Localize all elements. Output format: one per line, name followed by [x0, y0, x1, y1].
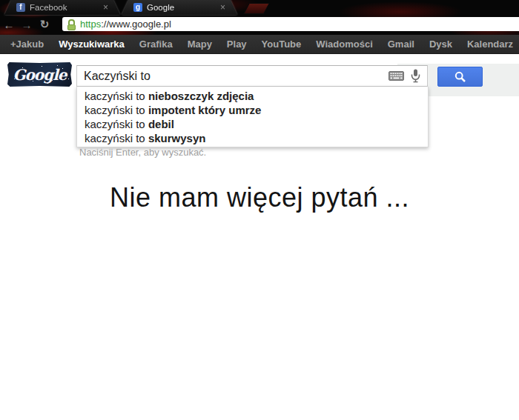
search-button[interactable]	[437, 67, 483, 87]
suggestion-row[interactable]: kaczyński to nieboszczyk zdjęcia	[77, 89, 428, 103]
address-bar[interactable]: https://www.google.pl	[62, 17, 519, 31]
suggestion-completion: impotent który umrze	[148, 104, 262, 116]
press-enter-hint: Naciśnij Enter, aby wyszukać.	[79, 147, 206, 158]
tab-close-icon[interactable]: ×	[220, 3, 225, 12]
ssl-lock-icon	[67, 19, 76, 30]
suggestion-prefix: kaczyński to	[85, 90, 148, 102]
search-input[interactable]: Kaczyński to	[76, 65, 428, 87]
microphone-icon[interactable]	[411, 69, 420, 83]
browser-chrome: gGoogle×fFacebook× ← → ↻ https://www.goo…	[0, 0, 519, 36]
suggestion-row[interactable]: kaczyński to impotent który umrze	[77, 103, 428, 117]
suggestion-completion: debil	[148, 118, 174, 130]
reload-button[interactable]: ↻	[36, 18, 53, 31]
navbar-item-wyszukiwarka[interactable]: Wyszukiwarka	[51, 39, 132, 50]
screenshot-root: gGoogle×fFacebook× ← → ↻ https://www.goo…	[0, 0, 519, 420]
suggestion-prefix: kaczyński to	[85, 104, 148, 116]
forward-button[interactable]: →	[18, 19, 36, 31]
meme-caption: Nie mam więcej pytań ...	[0, 182, 519, 213]
keyboard-icon[interactable]	[389, 71, 404, 81]
url-text: https://www.google.pl	[80, 19, 171, 30]
google-black-bar: +JakubWyszukiwarkaGrafikaMapyPlayYouTube…	[0, 35, 519, 54]
suggestion-prefix: kaczyński to	[85, 132, 148, 144]
navbar-item-jakub[interactable]: +Jakub	[3, 39, 51, 50]
logo-text: Google	[13, 66, 66, 84]
navbar-item-gmail[interactable]: Gmail	[380, 39, 422, 50]
tab-close-icon[interactable]: ×	[103, 3, 108, 12]
navbar-item-youtube[interactable]: YouTube	[254, 39, 309, 50]
suggestion-completion: nieboszczyk zdjęcia	[148, 90, 254, 102]
navbar-item-kalendarz[interactable]: Kalendarz	[460, 39, 519, 50]
browser-tab-google[interactable]: gGoogle×	[122, 0, 237, 15]
navbar-item-grafika[interactable]: Grafika	[132, 39, 180, 50]
facebook-favicon-icon: f	[16, 3, 25, 12]
tab-title: Google	[147, 3, 216, 12]
google-doodle-logo[interactable]: Google	[7, 62, 72, 87]
autocomplete-dropdown: kaczyński to nieboszczyk zdjęciakaczyńsk…	[76, 87, 429, 147]
back-button[interactable]: ←	[0, 19, 18, 31]
browser-toolbar: ← → ↻ https://www.google.pl	[0, 15, 519, 34]
navbar-item-mapy[interactable]: Mapy	[180, 39, 219, 50]
navbar-item-dysk[interactable]: Dysk	[422, 39, 460, 50]
suggestion-completion: skurwysyn	[148, 132, 206, 144]
url-scheme: https	[80, 19, 101, 30]
suggestion-prefix: kaczyński to	[85, 118, 148, 130]
suggestion-row[interactable]: kaczyński to debil	[77, 117, 428, 131]
search-query-text: Kaczyński to	[77, 70, 389, 83]
tab-title: Facebook	[30, 3, 99, 12]
google-favicon-icon: g	[133, 3, 142, 12]
new-tab-button[interactable]	[243, 3, 270, 14]
navbar-item-play[interactable]: Play	[219, 39, 254, 50]
browser-tab-facebook[interactable]: fFacebook×	[4, 0, 120, 15]
url-rest: ://www.google.pl	[101, 19, 171, 30]
navbar-item-wiadomości[interactable]: Wiadomości	[308, 39, 380, 50]
tab-bar: gGoogle×fFacebook×	[0, 0, 519, 15]
search-magnifier-icon	[454, 70, 467, 84]
suggestion-row[interactable]: kaczyński to skurwysyn	[77, 131, 428, 145]
